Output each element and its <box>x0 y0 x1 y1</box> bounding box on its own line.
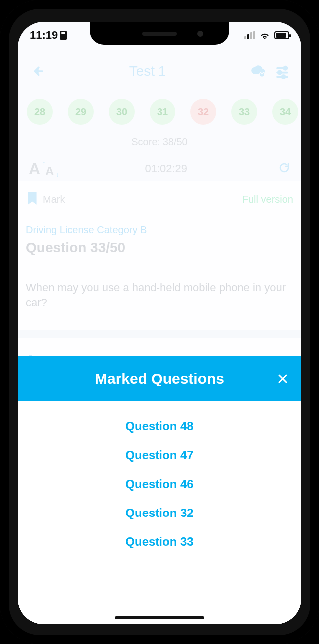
id-card-icon <box>60 31 67 40</box>
font-decrease-icon[interactable]: A↓ <box>45 164 54 178</box>
score-label: Score: 38/50 <box>18 136 301 148</box>
marked-question-item[interactable]: Question 32 <box>125 506 193 520</box>
page-title: Test 1 <box>46 63 249 79</box>
timer-row: A↑ A↓ 01:02:29 <box>18 156 301 181</box>
marked-question-item[interactable]: Question 47 <box>125 448 193 462</box>
section-divider <box>18 330 301 338</box>
question-number-strip[interactable]: 28293031323334 <box>18 97 301 127</box>
reload-button[interactable] <box>278 162 290 176</box>
back-button[interactable] <box>28 62 46 80</box>
cellular-icon <box>244 31 255 39</box>
category-label: Driving License Category B <box>26 224 293 236</box>
question-pill[interactable]: 31 <box>150 99 175 125</box>
svg-point-3 <box>282 75 285 78</box>
status-icons <box>244 31 289 39</box>
marked-questions-sheet: Marked Questions Question 48Question 47Q… <box>18 356 301 624</box>
sheet-header: Marked Questions <box>18 356 301 401</box>
wifi-icon <box>259 31 270 39</box>
question-pill[interactable]: 34 <box>272 99 298 125</box>
marked-question-item[interactable]: Question 33 <box>125 535 193 549</box>
marked-questions-list: Question 48Question 47Question 46Questio… <box>18 401 301 624</box>
speaker-grill <box>142 32 177 36</box>
font-increase-icon[interactable]: A↑ <box>29 160 40 178</box>
cloud-sync-icon[interactable] <box>249 62 267 80</box>
svg-point-2 <box>278 71 281 74</box>
question-pill[interactable]: 32 <box>190 99 216 125</box>
question-pill[interactable]: 30 <box>109 99 135 125</box>
marked-question-item[interactable]: Question 48 <box>125 419 193 433</box>
settings-sliders-icon[interactable] <box>273 62 291 80</box>
sheet-title: Marked Questions <box>18 370 301 387</box>
home-indicator[interactable] <box>115 616 204 619</box>
app-header: Test 1 <box>18 54 301 89</box>
full-version-link[interactable]: Full version <box>242 194 293 205</box>
mark-label[interactable]: Mark <box>43 194 65 205</box>
status-time: 11:19 <box>30 29 67 42</box>
device-frame: 11:19 Test 1 28 <box>0 0 319 644</box>
screen: 11:19 Test 1 28 <box>18 22 301 624</box>
timer-label: 01:02:29 <box>54 162 278 175</box>
battery-icon <box>274 31 289 39</box>
font-size-controls[interactable]: A↑ A↓ <box>29 160 54 178</box>
question-pill[interactable]: 28 <box>27 99 53 125</box>
question-text: When may you use a hand-held mobile phon… <box>26 280 293 310</box>
close-button[interactable] <box>275 371 290 386</box>
svg-point-1 <box>284 67 287 70</box>
svg-point-0 <box>260 72 265 77</box>
marked-question-item[interactable]: Question 46 <box>125 477 193 491</box>
notch <box>90 22 229 45</box>
question-pill[interactable]: 33 <box>231 99 257 125</box>
question-pill[interactable]: 29 <box>68 99 94 125</box>
question-counter: Question 33/50 <box>26 240 293 256</box>
clock-label: 11:19 <box>30 29 58 42</box>
front-camera <box>197 31 203 37</box>
bookmark-icon[interactable] <box>26 191 39 208</box>
